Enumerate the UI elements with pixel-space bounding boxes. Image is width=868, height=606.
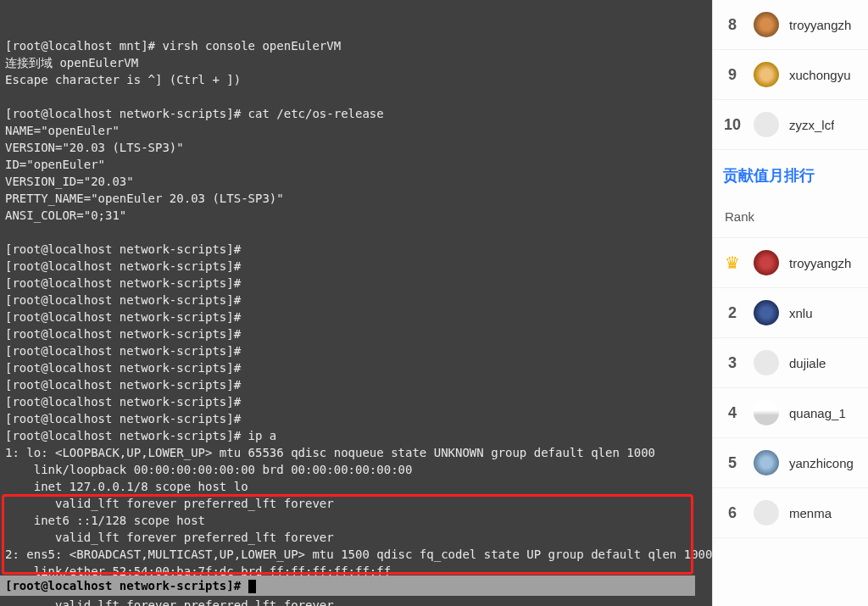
rank-item[interactable]: 2xnlu xyxy=(713,288,868,338)
rank-item[interactable]: 8troyyangzh xyxy=(713,0,868,50)
prompt-text: [root@localhost network-scripts]# xyxy=(5,579,248,592)
rank-number: 2 xyxy=(721,304,743,322)
rank-item[interactable]: 3dujiale xyxy=(713,338,868,388)
rank-item[interactable]: 5yanzhicong xyxy=(713,438,868,488)
rank-item[interactable]: 10zyzx_lcf xyxy=(713,100,868,150)
rank-number: 4 xyxy=(721,404,743,422)
rank-username: troyyangzh xyxy=(789,18,851,32)
rank-number: 9 xyxy=(721,66,743,84)
rank-username: dujiale xyxy=(789,356,826,370)
rank-username: menma xyxy=(789,506,832,520)
rank-number: 5 xyxy=(721,454,743,472)
rank-username: troyyangzh xyxy=(789,256,851,270)
avatar xyxy=(754,300,779,325)
rank-username: xuchongyu xyxy=(789,68,851,82)
terminal-output[interactable]: [root@localhost mnt]# virsh console open… xyxy=(0,0,712,606)
rank-number: 3 xyxy=(721,354,743,372)
crown-icon: ♛ xyxy=(721,253,743,273)
avatar xyxy=(754,250,779,275)
avatar xyxy=(754,500,779,525)
terminal-text: [root@localhost mnt]# virsh console open… xyxy=(5,37,707,606)
rank-username: yanzhicong xyxy=(789,456,854,470)
rank-number: 8 xyxy=(721,16,743,34)
avatar xyxy=(754,112,779,137)
rank-item[interactable]: 9xuchongyu xyxy=(713,50,868,100)
avatar xyxy=(754,12,779,37)
cursor xyxy=(248,580,256,593)
avatar xyxy=(754,450,779,475)
rank-number: 10 xyxy=(721,116,743,134)
section-title-monthly: 贡献值月排行 xyxy=(713,150,868,196)
sidebar-ranking: 8troyyangzh9xuchongyu10zyzx_lcf 贡献值月排行 R… xyxy=(712,0,868,606)
avatar xyxy=(754,350,779,375)
rank-header: Rank xyxy=(713,196,868,238)
rank-item[interactable]: 4quanag_1 xyxy=(713,388,868,438)
rank-item[interactable]: ♛troyyangzh xyxy=(713,238,868,288)
rank-username: quanag_1 xyxy=(789,406,846,420)
rank-username: xnlu xyxy=(789,306,813,320)
terminal-prompt-bar[interactable]: [root@localhost network-scripts]# xyxy=(0,575,695,596)
avatar xyxy=(754,62,779,87)
rank-username: zyzx_lcf xyxy=(789,118,834,132)
rank-item[interactable]: 6menma xyxy=(713,488,868,538)
avatar xyxy=(754,400,779,425)
rank-number: 6 xyxy=(721,504,743,522)
